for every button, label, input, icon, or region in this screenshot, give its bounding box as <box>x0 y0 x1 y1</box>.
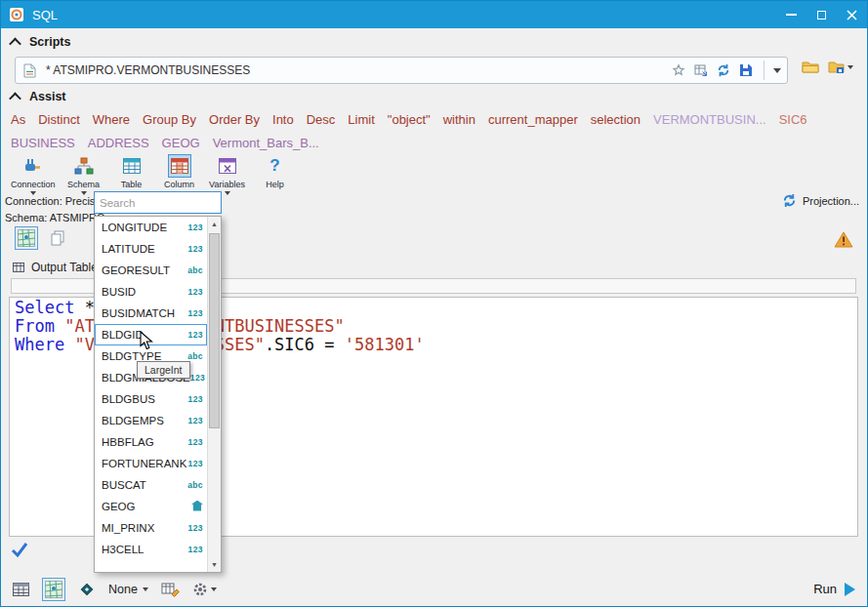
column-list-item[interactable]: MI_PRINX 123 <box>95 517 207 539</box>
assist-keyword[interactable]: Order By <box>209 112 260 127</box>
sql-keyword: Select <box>15 298 74 317</box>
assist-keyword[interactable]: SIC6 <box>779 112 807 127</box>
column-type-badge: 123 <box>188 545 203 554</box>
assist-keyword[interactable]: BUSINESS <box>11 136 75 150</box>
favorite-star-button[interactable] <box>672 63 685 77</box>
schema-label: Schema <box>67 180 100 189</box>
column-list: LONGITUDE 123 LATITUDE 123 GEORESULT abc <box>95 217 207 560</box>
schema-button[interactable]: Schema <box>64 154 103 195</box>
column-list-item[interactable]: H3CELL 123 <box>95 539 207 560</box>
column-list-item[interactable]: HBBFLAG 123 <box>95 431 207 453</box>
chevron-down-icon <box>773 68 781 73</box>
maximize-button[interactable] <box>806 1 837 28</box>
output-table-icon <box>13 262 24 273</box>
assist-keyword[interactable]: Distinct <box>38 112 80 127</box>
scrollbar-thumb[interactable] <box>209 233 220 428</box>
scrollbar[interactable]: ▲ ▼ <box>207 217 221 572</box>
column-list-item[interactable]: LONGITUDE 123 <box>95 217 207 238</box>
save-icon <box>739 63 753 77</box>
column-list-item[interactable]: BLDGEMPS 123 <box>95 410 207 431</box>
assist-keyword[interactable]: within <box>443 112 475 127</box>
window-title: SQL <box>32 8 58 22</box>
column-list-item[interactable]: BLDGBUS 123 <box>95 388 207 410</box>
scroll-down-button[interactable]: ▼ <box>208 557 221 572</box>
minimize-button[interactable] <box>776 1 806 28</box>
column-name: MI_PRINX <box>102 522 154 534</box>
column-button[interactable]: Column <box>160 154 199 195</box>
assist-keyword[interactable]: Limit <box>348 112 374 127</box>
scripts-section-header[interactable]: Scripts <box>11 35 70 49</box>
map-icon <box>45 581 62 598</box>
open-script-button[interactable] <box>802 60 819 74</box>
assist-keyword[interactable]: GEOG <box>162 136 200 150</box>
variables-button[interactable]: Variables <box>208 154 247 195</box>
column-list-item[interactable]: BUSIDMATCH 123 <box>95 303 207 324</box>
assist-keyword[interactable]: Group By <box>143 112 196 127</box>
close-button[interactable] <box>837 1 867 28</box>
connection-button[interactable]: Connection <box>11 154 56 195</box>
table-grid-icon <box>13 583 29 596</box>
edit-table-button[interactable] <box>161 582 180 597</box>
table-icon <box>122 157 142 175</box>
script-file-icon <box>23 63 36 78</box>
table-button[interactable]: Table <box>112 154 151 195</box>
browser-result-button[interactable] <box>13 583 29 596</box>
warning-indicator[interactable] <box>834 231 853 252</box>
column-name: BLDGEMPS <box>102 415 164 426</box>
assist-keyword[interactable]: ADDRESS <box>88 136 149 150</box>
column-type-badge: 123 <box>188 459 203 468</box>
column-list-item[interactable]: GEOG <box>95 496 207 517</box>
map-output-button[interactable] <box>42 578 65 601</box>
divider <box>764 61 765 80</box>
assist-keyword[interactable]: current_mapper <box>488 112 578 127</box>
minimize-icon <box>786 14 797 16</box>
copy-result-button[interactable] <box>50 230 65 246</box>
column-list-item[interactable]: GEORESULT abc <box>95 260 207 281</box>
insert-table-button[interactable] <box>694 63 708 77</box>
assist-keyword[interactable]: selection <box>591 112 641 127</box>
statusbar: None Run <box>1 572 867 606</box>
titlebar: SQL <box>1 1 867 28</box>
table-pencil-icon <box>161 582 180 597</box>
column-type-badge: abc <box>187 351 203 361</box>
table-insert-icon <box>694 63 708 77</box>
column-list-item[interactable]: BUSID 123 <box>95 281 207 303</box>
sql-string: '581301' <box>345 335 425 354</box>
assist-keyword[interactable]: Where <box>93 112 130 127</box>
sql-window: SQL Scripts * ATSMIPRO.VERMONTBUSINESSES <box>0 0 868 607</box>
assist-keyword[interactable]: VERMONTBUSIN... <box>653 112 766 127</box>
assist-toolbar: Connection Schema Table Column Variables… <box>11 154 295 195</box>
validate-button[interactable] <box>11 541 28 562</box>
help-button[interactable]: ? Help <box>256 154 295 195</box>
column-name: H3CELL <box>102 544 144 555</box>
column-list-item[interactable]: LATITUDE 123 <box>95 238 207 260</box>
script-dropdown-button[interactable] <box>773 68 781 73</box>
assist-keyword[interactable]: Desc <box>307 112 336 127</box>
assist-section-header[interactable]: Assist <box>11 90 66 103</box>
map-result-button[interactable] <box>15 226 38 250</box>
column-name: GEOG <box>102 501 136 512</box>
column-list-item[interactable]: FORTUNERANK 123 <box>95 453 207 474</box>
schema-icon <box>74 156 94 176</box>
column-list-item[interactable]: BLDGID 123 <box>95 324 207 345</box>
column-type-badge <box>191 501 203 513</box>
save-script-button[interactable] <box>739 63 753 77</box>
assist-keyword[interactable]: "object" <box>388 112 431 127</box>
join-output-button[interactable] <box>78 581 96 598</box>
projection-button[interactable]: Projection... <box>782 193 859 208</box>
settings-dropdown[interactable] <box>192 582 217 597</box>
assist-keyword[interactable]: Into <box>272 112 294 127</box>
run-button[interactable]: Run <box>813 582 855 596</box>
save-script-as-button[interactable] <box>828 60 853 74</box>
search-input[interactable] <box>94 191 222 214</box>
refresh-script-button[interactable] <box>717 63 730 77</box>
gear-icon <box>192 582 208 597</box>
collapse-chevron-icon <box>9 92 21 104</box>
none-dropdown[interactable]: None <box>108 583 148 596</box>
assist-keyword[interactable]: As <box>11 112 25 127</box>
script-selector-combo[interactable]: * ATSMIPRO.VERMONTBUSINESSES <box>15 57 788 84</box>
column-list-item[interactable]: BUSCAT abc <box>95 474 207 496</box>
current-script-name: * ATSMIPRO.VERMONTBUSINESSES <box>46 63 250 77</box>
assist-keyword[interactable]: Vermont_Bars_B... <box>213 136 319 150</box>
scroll-up-button[interactable]: ▲ <box>208 217 221 231</box>
